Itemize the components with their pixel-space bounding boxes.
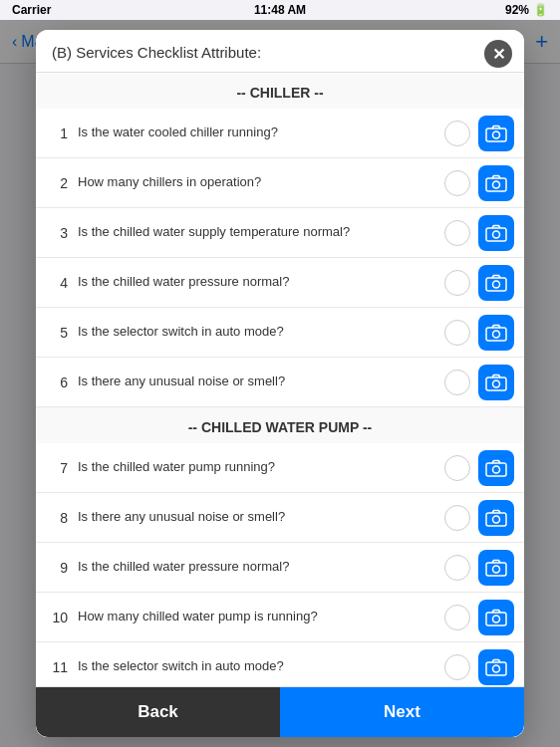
- svg-rect-14: [486, 513, 506, 526]
- next-button[interactable]: Next: [280, 687, 524, 737]
- camera-icon: [485, 324, 507, 342]
- row-number: 10: [46, 610, 68, 625]
- camera-button[interactable]: [478, 550, 514, 586]
- row-radio[interactable]: [444, 320, 470, 346]
- svg-rect-20: [486, 662, 506, 675]
- svg-point-1: [493, 131, 500, 138]
- row-radio[interactable]: [444, 505, 470, 531]
- checklist-row: 9Is the chilled water pressure normal?: [36, 543, 524, 593]
- svg-rect-4: [486, 228, 506, 241]
- svg-rect-16: [486, 563, 506, 576]
- svg-rect-2: [486, 178, 506, 191]
- checklist-row: 5Is the selector switch in auto mode?: [36, 308, 524, 358]
- svg-point-9: [493, 331, 500, 338]
- camera-icon: [485, 374, 507, 391]
- svg-point-5: [493, 231, 500, 238]
- modal-dialog: (B) Services Checklist Attribute: ✕ -- C…: [36, 30, 524, 737]
- row-number: 11: [46, 659, 68, 675]
- camera-button[interactable]: [478, 265, 514, 301]
- battery-icon: 🔋: [533, 3, 548, 17]
- camera-icon: [485, 224, 507, 242]
- row-radio[interactable]: [444, 605, 470, 630]
- row-label: How many chilled water pump is running?: [78, 599, 436, 635]
- battery-label: 92%: [505, 3, 529, 17]
- camera-icon: [485, 559, 507, 577]
- camera-icon: [485, 509, 507, 527]
- checklist-row: 4Is the chilled water pressure normal?: [36, 258, 524, 308]
- row-number: 7: [46, 460, 68, 476]
- row-number: 6: [46, 374, 68, 390]
- camera-button[interactable]: [478, 215, 514, 251]
- camera-button[interactable]: [478, 365, 514, 400]
- checklist-row: 11Is the selector switch in auto mode?: [36, 642, 524, 686]
- svg-rect-8: [486, 328, 506, 341]
- checklist-row: 7Is the chilled water pump running?: [36, 443, 524, 493]
- section-header-chilled-water-pump: -- CHILLED WATER PUMP --: [36, 407, 524, 443]
- status-bar: Carrier 11:48 AM 92% 🔋: [0, 0, 560, 20]
- svg-point-19: [493, 616, 500, 622]
- svg-rect-0: [486, 128, 506, 141]
- camera-icon: [485, 658, 507, 676]
- camera-icon: [485, 124, 507, 142]
- svg-rect-10: [486, 377, 506, 390]
- row-radio[interactable]: [444, 121, 470, 146]
- checklist-row: 1Is the water cooled chiller running?: [36, 109, 524, 158]
- modal-footer: Back Next: [36, 686, 524, 737]
- checklist-row: 10How many chilled water pump is running…: [36, 593, 524, 642]
- row-radio[interactable]: [444, 555, 470, 581]
- modal-header: (B) Services Checklist Attribute: ✕: [36, 30, 524, 73]
- svg-point-11: [493, 380, 500, 387]
- row-number: 9: [46, 560, 68, 576]
- row-number: 3: [46, 225, 68, 241]
- svg-rect-6: [486, 278, 506, 291]
- row-label: Is the selector switch in auto mode?: [78, 648, 436, 685]
- row-radio[interactable]: [444, 370, 470, 395]
- time-label: 11:48 AM: [254, 3, 306, 17]
- camera-button[interactable]: [478, 165, 514, 201]
- section-header-chiller: -- CHILLER --: [36, 73, 524, 109]
- row-label: How many chillers in operation?: [78, 164, 436, 201]
- modal-overlay: (B) Services Checklist Attribute: ✕ -- C…: [0, 20, 560, 747]
- modal-title: (B) Services Checklist Attribute:: [52, 44, 261, 61]
- camera-button[interactable]: [478, 116, 514, 151]
- camera-button[interactable]: [478, 315, 514, 351]
- modal-body[interactable]: -- CHILLER --1Is the water cooled chille…: [36, 73, 524, 686]
- row-label: Is the chilled water pressure normal?: [78, 264, 436, 301]
- camera-button[interactable]: [478, 450, 514, 486]
- camera-button[interactable]: [478, 600, 514, 635]
- row-number: 8: [46, 510, 68, 526]
- row-radio[interactable]: [444, 455, 470, 481]
- camera-icon: [485, 274, 507, 292]
- svg-point-15: [493, 516, 500, 523]
- row-label: Is the chilled water pump running?: [78, 449, 436, 486]
- row-radio[interactable]: [444, 170, 470, 196]
- modal-close-button[interactable]: ✕: [484, 40, 512, 68]
- row-label: Is there any unusual noise or smell?: [78, 499, 436, 536]
- row-number: 5: [46, 325, 68, 341]
- row-radio[interactable]: [444, 270, 470, 296]
- camera-icon: [485, 609, 507, 626]
- camera-button[interactable]: [478, 649, 514, 685]
- camera-icon: [485, 174, 507, 192]
- checklist-row: 6Is there any unusual noise or smell?: [36, 358, 524, 407]
- row-radio[interactable]: [444, 654, 470, 680]
- row-number: 4: [46, 275, 68, 291]
- row-radio[interactable]: [444, 220, 470, 246]
- carrier-label: Carrier: [12, 3, 51, 17]
- svg-point-3: [493, 181, 500, 188]
- checklist-row: 2How many chillers in operation?: [36, 158, 524, 208]
- camera-icon: [485, 459, 507, 477]
- svg-point-13: [493, 466, 500, 473]
- svg-point-17: [493, 566, 500, 573]
- checklist-row: 8Is there any unusual noise or smell?: [36, 493, 524, 543]
- row-number: 1: [46, 125, 68, 141]
- svg-point-21: [493, 665, 500, 672]
- row-label: Is the chilled water pressure normal?: [78, 549, 436, 586]
- svg-rect-12: [486, 463, 506, 476]
- camera-button[interactable]: [478, 500, 514, 536]
- svg-rect-18: [486, 613, 506, 625]
- back-button[interactable]: Back: [36, 687, 280, 737]
- row-label: Is the selector switch in auto mode?: [78, 314, 436, 351]
- row-label: Is the water cooled chiller running?: [78, 115, 436, 151]
- row-label: Is the chilled water supply temperature …: [78, 214, 436, 251]
